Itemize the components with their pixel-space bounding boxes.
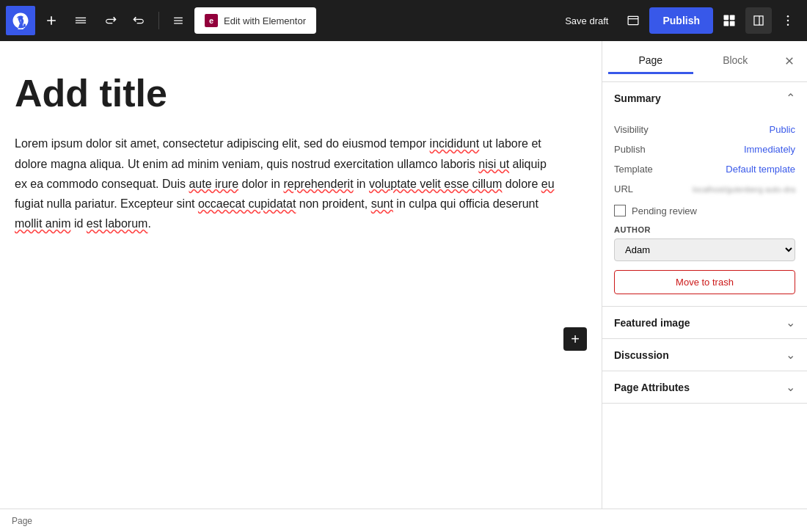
featured-image-header[interactable]: Featured image ⌄	[602, 307, 807, 338]
toolbar: e Edit with Elementor Save draft Publish	[0, 0, 807, 41]
toolbar-divider	[158, 12, 159, 29]
svg-point-5	[787, 20, 789, 22]
add-block-inline-btn[interactable]: +	[563, 327, 587, 351]
visibility-label: Visibility	[614, 124, 649, 135]
status-label: Page	[12, 516, 32, 526]
template-label: Template	[614, 164, 653, 175]
author-select[interactable]: Adam	[614, 238, 795, 261]
elementor-icon: e	[205, 14, 218, 27]
post-title[interactable]: Add title	[15, 70, 558, 116]
featured-image-section: Featured image ⌄	[602, 307, 807, 339]
page-attributes-chevron-icon: ⌄	[786, 380, 795, 394]
page-attributes-section: Page Attributes ⌄	[602, 371, 807, 404]
post-view-btn[interactable]	[716, 7, 742, 34]
template-value[interactable]: Default template	[726, 164, 795, 175]
discussion-header[interactable]: Discussion ⌄	[602, 339, 807, 371]
svg-rect-1	[730, 15, 735, 21]
discussion-chevron-icon: ⌄	[786, 348, 795, 362]
pending-review-label: Pending review	[632, 205, 697, 216]
wp-logo[interactable]	[6, 6, 35, 35]
options-btn[interactable]	[775, 7, 801, 34]
summary-section-header[interactable]: Summary ⌃	[602, 82, 807, 114]
add-block-toolbar-btn[interactable]	[38, 7, 65, 34]
template-row: Template Default template	[614, 159, 795, 179]
discussion-section: Discussion ⌄	[602, 339, 807, 371]
tab-page[interactable]: Page	[608, 48, 693, 74]
svg-rect-0	[724, 15, 729, 21]
sidebar-close-btn[interactable]	[778, 50, 801, 73]
publish-btn[interactable]: Publish	[649, 7, 713, 34]
visibility-value[interactable]: Public	[770, 124, 795, 135]
pending-review-checkbox[interactable]	[614, 205, 626, 216]
main-area: Add title Lorem ipsum dolor sit amet, co…	[0, 41, 807, 509]
editor-area: Add title Lorem ipsum dolor sit amet, co…	[0, 41, 602, 509]
summary-section: Summary ⌃ Visibility Public Publish Imme…	[602, 82, 807, 307]
svg-rect-3	[730, 21, 735, 26]
page-attributes-header[interactable]: Page Attributes ⌄	[602, 371, 807, 403]
preview-btn[interactable]	[620, 7, 646, 34]
url-label: URL	[614, 183, 633, 194]
undo-btn[interactable]	[97, 7, 123, 34]
move-to-trash-btn[interactable]: Move to trash	[614, 270, 795, 294]
publish-row: Publish Immediately	[614, 139, 795, 159]
status-bar: Page	[0, 509, 807, 532]
list-view-btn[interactable]	[165, 7, 191, 34]
page-attributes-title: Page Attributes	[614, 382, 690, 393]
toggle-sidebar-btn[interactable]	[745, 7, 772, 34]
featured-image-chevron-icon: ⌄	[786, 316, 795, 329]
pending-review-row: Pending review	[614, 199, 795, 222]
featured-image-title: Featured image	[614, 317, 690, 329]
svg-point-4	[787, 15, 789, 18]
summary-chevron-icon: ⌃	[786, 91, 795, 105]
post-content[interactable]: Lorem ipsum dolor sit amet, consectetur …	[15, 134, 558, 233]
redo-btn[interactable]	[126, 7, 153, 34]
tab-block[interactable]: Block	[693, 48, 778, 74]
sidebar-tabs: Page Block	[602, 41, 807, 82]
url-row: URL localhost/gutenberg auto-draft	[614, 179, 795, 199]
tools-btn[interactable]	[67, 7, 94, 34]
summary-section-body: Visibility Public Publish Immediately Te…	[602, 114, 807, 306]
url-value: localhost/gutenberg auto-draft	[693, 185, 795, 194]
summary-title: Summary	[614, 92, 661, 104]
discussion-title: Discussion	[614, 349, 669, 361]
svg-point-6	[787, 24, 789, 26]
publish-meta-label: Publish	[614, 144, 646, 155]
edit-with-elementor-btn[interactable]: e Edit with Elementor	[194, 7, 316, 34]
sidebar: Page Block Summary ⌃ Visibility Public P…	[602, 41, 807, 509]
author-section-label: AUTHOR	[614, 222, 795, 234]
publish-meta-value[interactable]: Immediately	[744, 144, 795, 155]
save-draft-btn[interactable]: Save draft	[556, 7, 617, 34]
svg-rect-2	[724, 21, 729, 26]
visibility-row: Visibility Public	[614, 120, 795, 139]
